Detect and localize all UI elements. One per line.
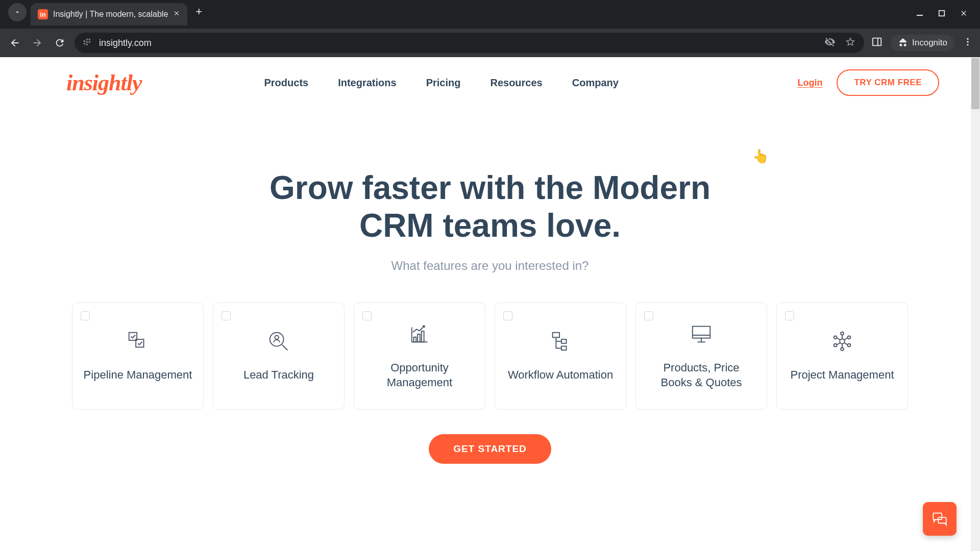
feature-grid: Pipeline Management Lead Tracking Opport… (0, 303, 980, 410)
svg-rect-20 (693, 326, 710, 338)
nav-pricing[interactable]: Pricing (426, 77, 461, 89)
svg-point-10 (275, 336, 279, 340)
new-tab-button[interactable]: + (195, 5, 202, 18)
incognito-badge[interactable]: Incognito (891, 35, 954, 51)
feature-label: Products, Price Books & Quotes (636, 360, 767, 390)
try-free-button[interactable]: TRY CRM FREE (837, 69, 939, 96)
monitor-icon (690, 322, 713, 346)
svg-rect-19 (561, 346, 567, 350)
hero-subtitle: What features are you interested in? (0, 259, 980, 273)
feature-label: Pipeline Management (74, 367, 203, 383)
login-link[interactable]: Login (797, 78, 822, 88)
feature-card-project[interactable]: Project Management (776, 303, 908, 410)
feature-label: Opportunity Management (354, 360, 485, 390)
maximize-icon[interactable] (938, 10, 945, 19)
close-tab-icon[interactable] (173, 10, 180, 19)
checkbox[interactable] (785, 311, 794, 320)
svg-rect-14 (414, 337, 416, 342)
browser-toolbar: insightly.com Incognito (0, 29, 980, 57)
search-person-icon (267, 330, 290, 353)
checkbox[interactable] (222, 311, 231, 320)
decorative-blob (260, 392, 517, 551)
checkbox[interactable] (644, 311, 653, 320)
feature-card-products[interactable]: Products, Price Books & Quotes (635, 303, 767, 410)
svg-point-26 (848, 336, 851, 339)
svg-point-6 (967, 44, 968, 45)
menu-icon[interactable] (963, 37, 973, 49)
svg-line-35 (837, 343, 840, 345)
back-button[interactable] (7, 37, 22, 48)
svg-line-32 (844, 338, 848, 340)
checkbox[interactable] (362, 311, 372, 320)
svg-line-33 (844, 343, 848, 345)
svg-point-24 (840, 339, 845, 344)
favicon-icon: in (38, 9, 48, 19)
decorative-blob (558, 387, 810, 551)
nav-products[interactable]: Products (264, 77, 309, 89)
svg-rect-15 (418, 334, 420, 342)
svg-rect-2 (873, 38, 881, 46)
feature-card-opportunity[interactable]: Opportunity Management (354, 303, 485, 410)
browser-titlebar: in Insightly | The modern, scalable + (0, 0, 980, 29)
svg-point-25 (841, 332, 844, 335)
feature-card-workflow[interactable]: Workflow Automation (495, 303, 626, 410)
url-text: insightly.com (99, 38, 818, 48)
tab-search-button[interactable] (8, 3, 27, 21)
chat-widget-button[interactable] (923, 502, 957, 536)
incognito-label: Incognito (912, 38, 947, 48)
close-window-icon[interactable] (960, 9, 968, 19)
feature-label: Lead Tracking (233, 367, 324, 383)
svg-point-5 (967, 41, 968, 42)
workflow-icon (549, 330, 572, 353)
main-nav: Products Integrations Pricing Resources … (264, 77, 619, 89)
bookmark-icon[interactable] (845, 36, 856, 49)
hero-section: Grow faster with the Modern CRM teams lo… (0, 108, 980, 464)
nav-resources[interactable]: Resources (490, 77, 542, 89)
chart-growth-icon (408, 322, 431, 346)
scrollbar-thumb[interactable] (971, 58, 979, 109)
feature-card-pipeline[interactable]: Pipeline Management (72, 303, 204, 410)
feature-label: Project Management (780, 367, 904, 383)
network-icon (830, 330, 854, 353)
minimize-icon[interactable] (916, 9, 924, 19)
svg-point-29 (834, 344, 837, 347)
feature-card-lead[interactable]: Lead Tracking (213, 303, 345, 410)
svg-rect-0 (917, 15, 923, 16)
svg-rect-17 (553, 333, 559, 338)
svg-rect-1 (939, 11, 945, 16)
site-header: insightly Products Integrations Pricing … (0, 57, 980, 108)
eye-off-icon[interactable] (824, 36, 836, 49)
hero-title: Grow faster with the Modern CRM teams lo… (260, 169, 720, 244)
forward-button[interactable] (30, 37, 45, 48)
reload-button[interactable] (52, 37, 67, 48)
svg-rect-18 (561, 340, 567, 344)
site-settings-icon[interactable] (83, 38, 93, 48)
side-panel-icon[interactable] (871, 36, 883, 49)
get-started-button[interactable]: GET STARTED (429, 434, 551, 464)
feature-label: Workflow Automation (498, 367, 623, 383)
tab-title: Insightly | The modern, scalable (53, 10, 168, 19)
svg-line-36 (837, 338, 840, 340)
nav-integrations[interactable]: Integrations (338, 77, 396, 89)
checklist-icon (126, 330, 150, 353)
svg-point-28 (841, 348, 844, 351)
page-content: insightly Products Integrations Pricing … (0, 57, 980, 551)
checkbox[interactable] (81, 311, 90, 320)
svg-rect-37 (933, 513, 942, 520)
svg-rect-16 (422, 331, 424, 342)
svg-point-27 (848, 344, 851, 347)
address-bar[interactable]: insightly.com (75, 33, 864, 53)
browser-tab[interactable]: in Insightly | The modern, scalable (31, 3, 187, 26)
checkbox[interactable] (503, 311, 512, 320)
svg-point-4 (967, 38, 968, 40)
svg-point-30 (834, 336, 837, 339)
svg-line-11 (282, 345, 288, 350)
nav-company[interactable]: Company (572, 77, 619, 89)
logo[interactable]: insightly (66, 70, 142, 96)
